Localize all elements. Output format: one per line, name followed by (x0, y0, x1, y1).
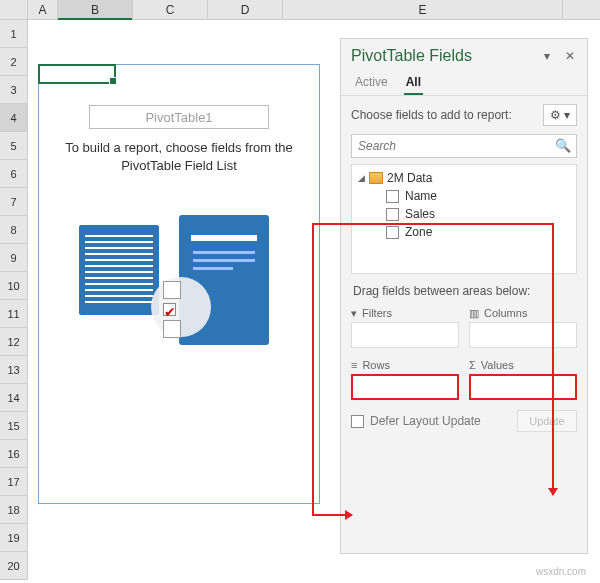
checkbox-sales[interactable] (386, 208, 399, 221)
columns-area[interactable]: ▥Columns (469, 304, 577, 348)
field-name-label: Name (405, 189, 437, 203)
field-name[interactable]: Name (386, 189, 570, 203)
row-header-15[interactable]: 15 (0, 412, 27, 440)
col-header-e[interactable]: E (283, 0, 563, 19)
row-header-20[interactable]: 20 (0, 552, 27, 580)
row-header-9[interactable]: 9 (0, 244, 27, 272)
row-header-10[interactable]: 10 (0, 272, 27, 300)
filters-area[interactable]: ▾Filters (351, 304, 459, 348)
row-header-7[interactable]: 7 (0, 188, 27, 216)
rows-dropzone[interactable] (351, 374, 459, 400)
values-label: Values (481, 359, 514, 371)
rows-icon: ≡ (351, 359, 357, 371)
collapse-icon[interactable]: ◢ (358, 173, 365, 183)
values-area[interactable]: ΣValues (469, 356, 577, 400)
update-button[interactable]: Update (517, 410, 577, 432)
search-input[interactable] (351, 134, 577, 158)
checkbox-zone[interactable] (386, 226, 399, 239)
rows-area[interactable]: ≡Rows (351, 356, 459, 400)
field-zone[interactable]: Zone (386, 225, 570, 239)
row-header-14[interactable]: 14 (0, 384, 27, 412)
row-header-18[interactable]: 18 (0, 496, 27, 524)
col-header-a[interactable]: A (28, 0, 58, 19)
pivottable-fields-pane: PivotTable Fields ▾ ✕ Active All Choose … (340, 38, 588, 554)
row-header-2[interactable]: 2 (0, 48, 27, 76)
col-header-c[interactable]: C (133, 0, 208, 19)
col-header-d[interactable]: D (208, 0, 283, 19)
row-header-1[interactable]: 1 (0, 20, 27, 48)
filters-dropzone[interactable] (351, 322, 459, 348)
field-list: ◢ 2M Data Name Sales Zone (351, 164, 577, 274)
values-dropzone[interactable] (469, 374, 577, 400)
col-header-b[interactable]: B (58, 0, 133, 19)
columns-icon: ▥ (469, 307, 479, 320)
values-icon: Σ (469, 359, 476, 371)
row-header-17[interactable]: 17 (0, 468, 27, 496)
filter-icon: ▾ (351, 307, 357, 320)
data-source-node[interactable]: ◢ 2M Data (358, 171, 570, 185)
data-source-label: 2M Data (387, 171, 432, 185)
tools-gear-button[interactable]: ⚙ ▾ (543, 104, 577, 126)
drag-areas-label: Drag fields between areas below: (341, 274, 587, 304)
search-icon: 🔍 (555, 138, 571, 153)
field-sales-label: Sales (405, 207, 435, 221)
rows-label: Rows (362, 359, 390, 371)
row-header-11[interactable]: 11 (0, 300, 27, 328)
tab-active[interactable]: Active (353, 71, 390, 95)
pivottable-placeholder[interactable]: PivotTable1 To build a report, choose fi… (38, 64, 320, 504)
row-header-19[interactable]: 19 (0, 524, 27, 552)
active-cell-selection (38, 64, 116, 84)
pivottable-name-box: PivotTable1 (89, 105, 269, 129)
pivottable-hint-line1: To build a report, choose fields from th… (39, 139, 319, 157)
columns-label: Columns (484, 307, 527, 319)
pane-close-icon[interactable]: ✕ (563, 49, 577, 63)
row-header-3[interactable]: 3 (0, 76, 27, 104)
row-headers: 1 2 3 4 5 6 7 8 9 10 11 12 13 14 15 16 1… (0, 20, 28, 580)
col-header-b-label: B (91, 3, 99, 17)
column-headers: A B C D E (0, 0, 600, 20)
choose-fields-label: Choose fields to add to report: (351, 108, 512, 122)
pane-title: PivotTable Fields (351, 47, 472, 65)
table-icon (369, 172, 383, 184)
row-header-6[interactable]: 6 (0, 160, 27, 188)
defer-label: Defer Layout Update (370, 414, 481, 428)
row-header-13[interactable]: 13 (0, 356, 27, 384)
row-header-4[interactable]: 4 (0, 104, 27, 132)
select-all-corner[interactable] (0, 0, 28, 19)
columns-dropzone[interactable] (469, 322, 577, 348)
pane-dropdown-icon[interactable]: ▾ (540, 49, 554, 63)
pivottable-illustration (79, 215, 279, 365)
tab-all[interactable]: All (404, 71, 423, 95)
field-zone-label: Zone (405, 225, 432, 239)
row-header-12[interactable]: 12 (0, 328, 27, 356)
defer-checkbox[interactable] (351, 415, 364, 428)
checkbox-name[interactable] (386, 190, 399, 203)
row-header-16[interactable]: 16 (0, 440, 27, 468)
row-header-8[interactable]: 8 (0, 216, 27, 244)
watermark: wsxdn.com (536, 566, 586, 577)
field-sales[interactable]: Sales (386, 207, 570, 221)
pivottable-hint-line2: PivotTable Field List (39, 157, 319, 175)
row-header-5[interactable]: 5 (0, 132, 27, 160)
filters-label: Filters (362, 307, 392, 319)
